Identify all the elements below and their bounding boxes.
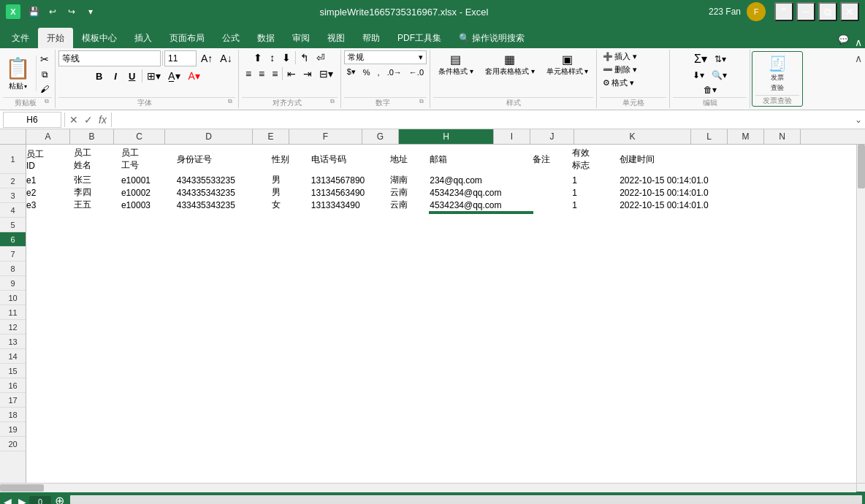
- col-header-h[interactable]: H: [399, 129, 494, 144]
- col-header-b[interactable]: B: [70, 129, 114, 144]
- col-header-n[interactable]: N: [764, 129, 801, 144]
- currency-button[interactable]: $▾: [344, 66, 359, 78]
- cell-d3[interactable]: 434335343235: [177, 186, 272, 199]
- row-header-12[interactable]: 12: [0, 320, 26, 335]
- cell-l4[interactable]: [746, 199, 785, 211]
- sheet-tab-0[interactable]: 0: [29, 496, 51, 504]
- tab-data[interactable]: 数据: [248, 28, 283, 48]
- table-style-button[interactable]: ▦ 套用表格格式 ▾: [480, 50, 540, 79]
- cell-a7[interactable]: [26, 213, 74, 214]
- row-header-7[interactable]: 7: [0, 247, 26, 261]
- header-cell-c[interactable]: 员工工号: [121, 145, 177, 174]
- cell-k2[interactable]: 2022-10-15 00:14:01.0: [620, 174, 746, 186]
- cell-m3[interactable]: [786, 186, 826, 199]
- cell-m2[interactable]: [786, 174, 826, 186]
- underline-button[interactable]: U: [123, 68, 140, 84]
- tab-insert[interactable]: 插入: [126, 28, 161, 48]
- cell-i4[interactable]: [533, 199, 572, 211]
- cell-j4[interactable]: 1: [572, 199, 620, 211]
- increase-decimal-button[interactable]: .0→: [384, 66, 405, 78]
- vertical-scrollbar[interactable]: [856, 145, 865, 483]
- cell-m4[interactable]: [786, 199, 826, 211]
- header-cell-h[interactable]: 邮箱: [430, 145, 533, 174]
- col-header-f[interactable]: F: [289, 129, 362, 144]
- save-button[interactable]: 💾: [25, 3, 42, 20]
- paste-button[interactable]: 📋: [3, 56, 33, 81]
- row-header-11[interactable]: 11: [0, 305, 26, 320]
- cell-f4[interactable]: 1313343490: [311, 199, 390, 211]
- row-header-19[interactable]: 19: [0, 422, 26, 437]
- row-header-16[interactable]: 16: [0, 378, 26, 393]
- row-header-3[interactable]: 3: [0, 188, 26, 203]
- restore-button[interactable]: ⧉: [818, 2, 837, 21]
- close-button[interactable]: ✕: [840, 2, 859, 21]
- format-painter-button[interactable]: 🖌: [37, 83, 52, 96]
- copy-button[interactable]: ⧉: [37, 68, 52, 81]
- cell-e4[interactable]: 女: [272, 199, 311, 211]
- tab-search[interactable]: 🔍 操作说明搜索: [450, 28, 533, 48]
- h-scrollbar-thumb[interactable]: [0, 484, 44, 492]
- cell-c4[interactable]: e10003: [121, 199, 177, 211]
- row-header-15[interactable]: 15: [0, 364, 26, 378]
- increase-indent-button[interactable]: ⇥: [300, 66, 315, 81]
- delete-cell-button[interactable]: ➖ 删除 ▾: [600, 64, 666, 76]
- col-header-j[interactable]: J: [530, 129, 574, 144]
- cell-i2[interactable]: [533, 174, 572, 186]
- wrap-text-button[interactable]: ⏎: [313, 50, 328, 65]
- tab-file[interactable]: 文件: [3, 28, 38, 48]
- col-header-a[interactable]: A: [26, 129, 70, 144]
- row-header-4[interactable]: 4: [0, 203, 26, 218]
- ribbon-collapse-button[interactable]: ⌃: [774, 2, 793, 21]
- tab-review[interactable]: 审阅: [283, 28, 319, 48]
- more-button[interactable]: ▾: [82, 3, 99, 20]
- minimize-button[interactable]: ─: [796, 2, 815, 21]
- row-header-14[interactable]: 14: [0, 349, 26, 364]
- cell-l2[interactable]: [746, 174, 785, 186]
- clear-button[interactable]: 🗑▾: [701, 83, 720, 96]
- next-sheet-button[interactable]: ▶: [15, 496, 29, 504]
- font-decrease-button[interactable]: A↓: [217, 50, 235, 66]
- align-bottom-button[interactable]: ⬇: [279, 50, 294, 65]
- bold-button[interactable]: B: [91, 68, 107, 84]
- row-header-8[interactable]: 8: [0, 261, 26, 276]
- font-color-button[interactable]: A▾: [185, 69, 202, 83]
- tab-help[interactable]: 帮助: [354, 28, 389, 48]
- col-header-i[interactable]: I: [494, 129, 530, 144]
- cell-reference-input[interactable]: H6: [3, 112, 61, 128]
- header-cell-f[interactable]: 电话号码: [311, 145, 390, 174]
- cell-i3[interactable]: [533, 186, 572, 199]
- insert-cell-button[interactable]: ➕ 插入 ▾: [600, 50, 666, 63]
- col-header-g[interactable]: G: [362, 129, 399, 144]
- tab-formula[interactable]: 公式: [213, 28, 248, 48]
- prev-sheet-button[interactable]: ◀: [0, 496, 15, 504]
- cell-b3[interactable]: 李四: [74, 186, 121, 199]
- insert-function-icon[interactable]: fx: [97, 114, 108, 126]
- cell-b2[interactable]: 张三: [74, 174, 121, 186]
- align-center-button[interactable]: ≡: [256, 66, 267, 81]
- cell-b4[interactable]: 王五: [74, 199, 121, 211]
- sort-filter-button[interactable]: ⇅▾: [712, 53, 729, 66]
- row-header-1[interactable]: 1: [0, 145, 26, 174]
- cell-a3[interactable]: e2: [26, 186, 74, 199]
- find-select-button[interactable]: 🔍▾: [709, 69, 730, 82]
- sum-button[interactable]: Σ▾: [691, 50, 710, 67]
- redo-button[interactable]: ↪: [63, 3, 80, 20]
- col-header-l[interactable]: L: [691, 129, 728, 144]
- header-cell-d[interactable]: 身份证号: [177, 145, 272, 174]
- comma-button[interactable]: ,: [375, 66, 383, 78]
- formula-input[interactable]: [115, 115, 852, 125]
- italic-button[interactable]: I: [109, 68, 122, 84]
- header-cell-e[interactable]: 性别: [272, 145, 311, 174]
- header-cell-i[interactable]: 备注: [533, 145, 572, 174]
- cell-k3[interactable]: 2022-10-15 00:14:01.0: [620, 186, 746, 199]
- scrollbar-thumb[interactable]: [858, 145, 865, 188]
- cell-f2[interactable]: 13134567890: [311, 174, 390, 186]
- tab-layout[interactable]: 页面布局: [161, 28, 213, 48]
- add-sheet-button[interactable]: ⊕: [51, 494, 67, 504]
- cell-g4[interactable]: 云南: [390, 199, 430, 211]
- tab-pdf[interactable]: PDF工具集: [389, 28, 450, 48]
- tab-home[interactable]: 开始: [38, 28, 73, 48]
- cell-j3[interactable]: 1: [572, 186, 620, 199]
- undo-button[interactable]: ↩: [44, 3, 61, 20]
- header-cell-m[interactable]: [786, 145, 826, 174]
